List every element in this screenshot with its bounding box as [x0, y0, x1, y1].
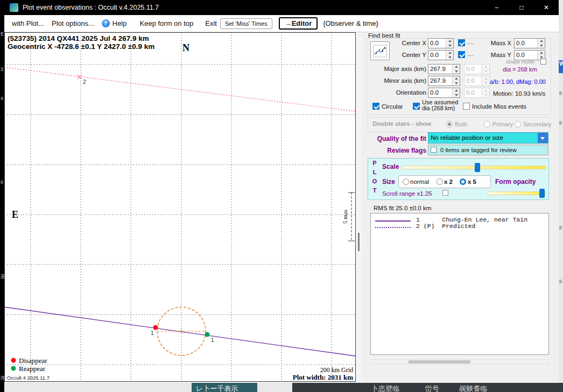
shape-model-label: Shape model — [506, 59, 534, 65]
orientation-secondary-value: 0.0 — [465, 88, 482, 97]
spin-down-icon[interactable] — [446, 55, 453, 60]
observations-list[interactable]: 1 Chung-En Lee, near Tain 2 (P) Predicte… — [370, 213, 549, 355]
bottom-sliver-button: レ卜ー千表示 — [192, 383, 257, 392]
menu-keep-on-top[interactable]: Keep form on top — [140, 19, 194, 27]
left-sliver-char: E — [1, 31, 4, 37]
spin-up-icon[interactable] — [446, 39, 453, 43]
grid-size-label: 200 km Grid — [320, 366, 353, 374]
maximize-button[interactable]: □ — [509, 0, 534, 15]
menu-with-plot[interactable]: with Plot... — [12, 19, 44, 27]
double-stars-secondary-radio[interactable] — [515, 121, 521, 127]
circular-checkbox[interactable] — [372, 103, 379, 110]
screen: E 3 4 0 遥 理 Plot event observations : Oc… — [0, 0, 563, 392]
quality-dropdown[interactable]: No reliable position or size — [428, 132, 548, 144]
orientation-value[interactable]: 0.0 — [428, 88, 452, 97]
scroll-range-label: Scroll range x1.25 — [382, 190, 432, 197]
set-miss-times-button[interactable]: Set 'Miss' Times — [220, 18, 272, 29]
background-app-icon: W — [559, 60, 563, 73]
right-sliver-mark — [559, 226, 562, 230]
use-assumed-dia-checkbox[interactable] — [413, 103, 420, 110]
spin-down-icon[interactable] — [446, 43, 453, 48]
size-x2-label: x 2 — [444, 179, 453, 185]
spin-up-icon[interactable] — [538, 39, 545, 43]
center-x-spinner[interactable]: 0.0 — [428, 38, 454, 48]
editor-button[interactable]: →Editor — [279, 17, 318, 30]
occultation-plot-canvas[interactable]: 2 1 1 (523735) 2014 QX441 2025 Jul 4 267… — [4, 32, 356, 382]
double-stars-primary-radio[interactable] — [484, 121, 490, 127]
observation-row[interactable]: 2 (P) Predicted — [416, 223, 475, 230]
orientation-spinner[interactable]: 0.0 — [428, 88, 460, 98]
chord2-label: 2 — [83, 79, 86, 85]
center-y-value[interactable]: 0.0 — [428, 51, 446, 60]
minor-axis-value[interactable]: 267.9 — [428, 76, 452, 85]
spin-down-icon — [482, 92, 489, 97]
include-miss-checkbox[interactable] — [463, 103, 470, 110]
major-axis-value[interactable]: 267.9 — [428, 65, 452, 74]
center-y-label: Center Y — [357, 52, 426, 58]
spin-down-icon[interactable] — [453, 69, 460, 74]
size-x2-radio[interactable] — [437, 179, 443, 185]
spin-up-icon[interactable] — [446, 51, 453, 55]
bottom-fragment: 峃号 — [425, 384, 439, 392]
minimize-button[interactable]: – — [484, 0, 509, 15]
occult-plot-window: Plot event observations : Occult v.4.202… — [4, 0, 559, 383]
center-x-value[interactable]: 0.0 — [428, 39, 446, 48]
double-stars-both-radio[interactable] — [446, 121, 453, 127]
version-label: Occult 4 2025.11.7 — [7, 375, 50, 381]
right-sliver-mark — [559, 280, 562, 283]
minor-axis-spinner[interactable]: 267.9 — [428, 76, 460, 86]
axis-ratio-label: a/b: 1.00, dMag: 0.00 — [490, 79, 546, 85]
major-axis-spinner[interactable]: 267.9 — [428, 64, 460, 74]
spin-down-icon[interactable] — [453, 92, 460, 97]
close-button[interactable]: ✕ — [534, 0, 559, 15]
observer-time-label[interactable]: {Observer & time} — [323, 19, 378, 27]
review-flags-checkbox[interactable] — [431, 147, 437, 153]
quality-label: Quality of the fit — [357, 135, 426, 142]
size-x5-label: x 5 — [468, 179, 476, 185]
menu-plot-options[interactable]: Plot options... — [52, 19, 94, 27]
menu-exit[interactable]: Exit — [205, 19, 217, 27]
scroll-range-checkbox[interactable] — [442, 190, 448, 196]
reappear-point-label: 1 — [211, 337, 214, 343]
scale-label: Scale — [382, 163, 399, 170]
list-horizontal-scrollbar[interactable] — [370, 359, 549, 365]
left-sliver-char: 3 — [1, 67, 3, 72]
legend-disappear-dot — [11, 358, 16, 363]
center-y-spinner[interactable]: 0.0 — [428, 50, 454, 60]
scale-slider-thumb[interactable] — [475, 163, 480, 172]
control-panel: Find best fit Center X 0.0 --- Mass X — [357, 32, 559, 383]
scale-slider[interactable] — [402, 166, 546, 169]
center-y-lock-checkbox[interactable] — [458, 51, 465, 58]
mass-x-value[interactable]: 0.0 — [515, 39, 537, 48]
size-x5-radio[interactable] — [460, 179, 466, 185]
center-x-lock-checkbox[interactable] — [458, 39, 465, 46]
right-sliver-mark — [559, 121, 562, 125]
spin-up-icon[interactable] — [538, 51, 545, 55]
chevron-down-icon[interactable] — [538, 133, 548, 143]
plot-title-line1: (523735) 2014 QX441 2025 Jul 4 267.9 km — [8, 34, 149, 42]
opacity-slider-thumb[interactable] — [539, 189, 545, 198]
spin-up-icon[interactable] — [453, 88, 460, 92]
double-stars-secondary-label: Secondary — [523, 121, 552, 127]
plot-border — [5, 33, 356, 382]
menu-help[interactable]: ? Help — [102, 19, 127, 27]
opacity-slider[interactable] — [488, 191, 546, 195]
background-window-right-sliver: W — [559, 0, 563, 392]
window-title: Plot event observations : Occult v.4.202… — [23, 4, 159, 11]
bottom-fragment: 卜恣壁临 — [371, 384, 399, 392]
double-stars-group: Double stars - show Both Primary Seconda… — [368, 117, 550, 132]
double-stars-primary-label: Primary — [492, 121, 513, 127]
quality-dropdown-value[interactable]: No reliable position or size — [428, 133, 538, 143]
spin-down-icon[interactable] — [453, 81, 460, 85]
spin-up-icon[interactable] — [453, 65, 460, 69]
spin-up-icon[interactable] — [453, 76, 460, 81]
mass-x-spinner[interactable]: 0.0 — [514, 38, 545, 48]
reappear-point — [205, 332, 210, 337]
size-normal-radio[interactable] — [403, 179, 409, 185]
mass-y-value[interactable]: 0.0 — [515, 51, 537, 60]
list-horizontal-scrollbar-thumb[interactable] — [409, 360, 470, 364]
shape-model-checkbox[interactable] — [540, 59, 546, 65]
chord1-line-swatch — [375, 220, 411, 222]
spin-down-icon[interactable] — [538, 43, 545, 48]
spin-up-icon — [482, 88, 489, 92]
